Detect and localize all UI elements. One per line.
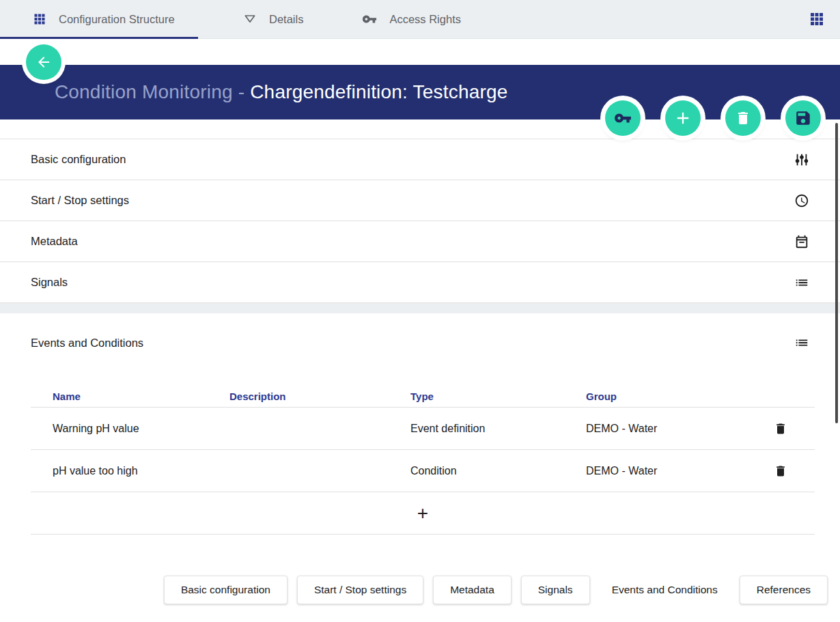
sections-card: Basic configuration Start / Stop setting… [0, 119, 840, 302]
delete-row-button[interactable] [771, 462, 790, 481]
section-label: Start / Stop settings [31, 194, 129, 207]
page-title-prefix: Condition Monitoring - [55, 81, 250, 102]
list-icon [794, 275, 809, 290]
arrow-back-icon [36, 54, 52, 70]
col-header-description: Description [208, 391, 389, 402]
events-header-row[interactable]: Events and Conditions [0, 333, 840, 353]
section-basic-configuration[interactable]: Basic configuration [0, 139, 840, 180]
col-header-name: Name [31, 391, 208, 402]
save-fab[interactable] [785, 100, 821, 136]
cell-type: Condition [389, 465, 564, 477]
tune-icon [794, 152, 809, 167]
cell-type: Event definition [389, 423, 564, 435]
list-icon [794, 335, 809, 350]
app-window: Configuration Structure Details Access R… [0, 0, 840, 622]
col-header-type: Type [389, 391, 564, 402]
save-icon [794, 109, 812, 127]
bottom-nav-signals[interactable]: Signals [521, 576, 590, 604]
cell-group: DEMO - Water [564, 423, 746, 435]
access-key-fab[interactable] [605, 100, 641, 136]
bottom-nav-start-stop-settings[interactable]: Start / Stop settings [297, 576, 423, 604]
trash-icon [774, 422, 787, 436]
plus-icon [673, 109, 692, 128]
tab-access-rights[interactable]: Access Rights [317, 0, 475, 38]
section-label: Metadata [31, 235, 78, 248]
table-row[interactable]: Warning pH value Event definition DEMO -… [31, 408, 815, 450]
add-entry-button[interactable]: + [31, 492, 815, 535]
tab-configuration-structure[interactable]: Configuration Structure [0, 0, 198, 38]
bottom-nav-basic-configuration[interactable]: Basic configuration [164, 576, 288, 604]
bottom-nav-references[interactable]: References [740, 576, 828, 604]
apps-grid-icon[interactable] [809, 11, 840, 27]
events-table: Name Description Type Group Warning pH v… [31, 386, 815, 535]
table-row[interactable]: pH value too high Condition DEMO - Water [31, 450, 815, 492]
cell-actions [746, 462, 815, 481]
calendar-icon [794, 234, 809, 249]
delete-row-button[interactable] [771, 419, 790, 438]
page-title: Condition Monitoring - Chargendefinition… [22, 59, 508, 125]
section-signals[interactable]: Signals [0, 261, 840, 302]
section-start-stop-settings[interactable]: Start / Stop settings [0, 180, 840, 221]
bottom-nav-events-and-conditions[interactable]: Events and Conditions [600, 576, 730, 604]
cell-group: DEMO - Water [564, 465, 746, 477]
clock-icon [794, 193, 809, 208]
fab-row [605, 100, 821, 136]
delete-fab[interactable] [725, 100, 761, 136]
bottom-nav: Basic configuration Start / Stop setting… [0, 558, 840, 622]
scrollbar-thumb[interactable] [835, 123, 838, 423]
tab-details[interactable]: Details [198, 0, 317, 38]
cell-name: Warning pH value [31, 423, 208, 435]
tab-label: Details [269, 13, 303, 26]
trash-icon [735, 110, 751, 126]
trash-icon [774, 464, 787, 478]
grid-icon [33, 12, 46, 26]
tab-label: Access Rights [389, 13, 461, 26]
filter-icon [243, 12, 257, 26]
section-label: Basic configuration [31, 153, 126, 166]
bottom-nav-metadata[interactable]: Metadata [433, 576, 512, 604]
tab-label: Configuration Structure [59, 13, 175, 26]
back-button[interactable] [26, 44, 61, 80]
events-card: Events and Conditions Name Description T… [0, 313, 840, 558]
section-label: Signals [31, 276, 68, 289]
events-title: Events and Conditions [31, 337, 143, 350]
card-divider [0, 302, 840, 313]
key-icon [362, 12, 377, 27]
section-metadata[interactable]: Metadata [0, 221, 840, 261]
top-tabbar: Configuration Structure Details Access R… [0, 0, 840, 39]
cell-actions [746, 419, 815, 438]
key-icon [614, 109, 632, 127]
add-fab[interactable] [665, 100, 701, 136]
events-table-header: Name Description Type Group [31, 386, 815, 408]
col-header-group: Group [564, 391, 746, 402]
page-title-main: Chargendefinition: Testcharge [250, 81, 507, 102]
cell-name: pH value too high [31, 465, 208, 477]
